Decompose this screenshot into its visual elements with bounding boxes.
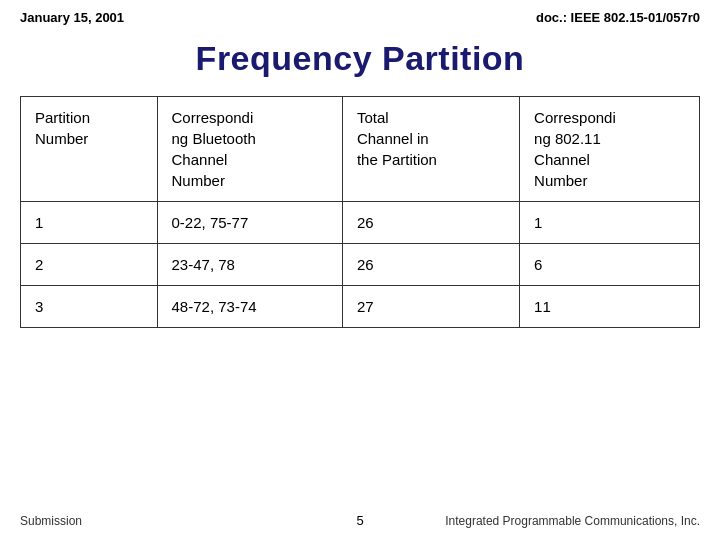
cell-total-3: 27: [342, 286, 519, 328]
cell-total-2: 26: [342, 244, 519, 286]
frequency-partition-table: PartitionNumber Corresponding BluetoothC…: [20, 96, 700, 328]
page-title: Frequency Partition: [0, 39, 720, 78]
table-row: 1 0-22, 75-77 26 1: [21, 202, 700, 244]
cell-802-3: 11: [520, 286, 700, 328]
header-date: January 15, 2001: [20, 10, 124, 25]
table-header-row: PartitionNumber Corresponding BluetoothC…: [21, 97, 700, 202]
cell-bluetooth-3: 48-72, 73-74: [157, 286, 342, 328]
table-row: 3 48-72, 73-74 27 11: [21, 286, 700, 328]
footer-page-number: 5: [356, 513, 363, 528]
col-header-802: Corresponding 802.11ChannelNumber: [520, 97, 700, 202]
cell-partition-3: 3: [21, 286, 158, 328]
cell-partition-1: 1: [21, 202, 158, 244]
footer-left: Submission: [20, 514, 82, 528]
col-header-bluetooth: Corresponding BluetoothChannelNumber: [157, 97, 342, 202]
main-table-container: PartitionNumber Corresponding BluetoothC…: [0, 96, 720, 328]
footer-right: Integrated Programmable Communications, …: [445, 514, 700, 528]
cell-bluetooth-1: 0-22, 75-77: [157, 202, 342, 244]
header-doc: doc.: IEEE 802.15-01/057r0: [536, 10, 700, 25]
cell-802-2: 6: [520, 244, 700, 286]
col-header-partition: PartitionNumber: [21, 97, 158, 202]
table-row: 2 23-47, 78 26 6: [21, 244, 700, 286]
cell-802-1: 1: [520, 202, 700, 244]
col-header-total: TotalChannel inthe Partition: [342, 97, 519, 202]
page-header: January 15, 2001 doc.: IEEE 802.15-01/05…: [0, 0, 720, 31]
cell-bluetooth-2: 23-47, 78: [157, 244, 342, 286]
cell-partition-2: 2: [21, 244, 158, 286]
cell-total-1: 26: [342, 202, 519, 244]
